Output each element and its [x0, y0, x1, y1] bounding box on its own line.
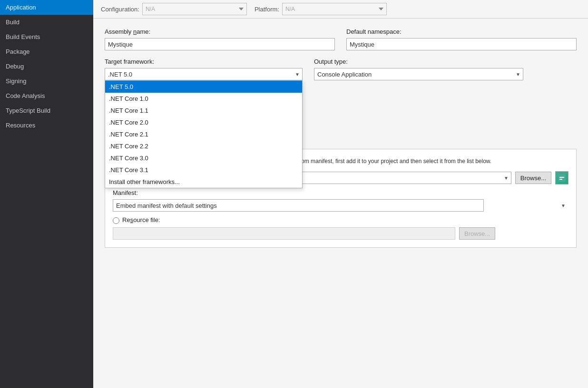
configuration-select[interactable]: N/A [142, 3, 247, 15]
default-namespace-group: Default namespace: [346, 28, 577, 50]
output-type-dropdown-wrapper: Console Application ▼ [314, 68, 523, 80]
target-framework-label: Target framework: [105, 58, 303, 65]
output-type-select[interactable]: Console Application [314, 68, 523, 80]
assembly-name-input[interactable] [105, 38, 335, 50]
sidebar-item-signing[interactable]: Signing [0, 74, 93, 88]
dropdown-item-netcore20[interactable]: .NET Core 2.0 [105, 116, 302, 128]
output-type-group: Output type: Console Application ▼ [314, 58, 523, 80]
assembly-name-group: Assembly name: [105, 28, 335, 50]
manifest-select[interactable]: Embed manifest with default settings [113, 199, 484, 212]
assembly-name-label: Assembly name: [105, 28, 335, 35]
svg-rect-2 [559, 179, 562, 180]
resource-file-radio-label: Resource file: [122, 216, 160, 223]
main-panel: Configuration: N/A Platform: N/A Assembl… [93, 0, 588, 388]
dropdown-item-netcore11[interactable]: .NET Core 1.1 [105, 105, 302, 116]
chevron-down-icon-manifest: ▼ [561, 203, 566, 208]
sidebar-item-build-events[interactable]: Build Events [0, 29, 93, 44]
dropdown-item-net50[interactable]: .NET 5.0 [105, 81, 302, 93]
platform-select[interactable]: N/A [282, 3, 387, 15]
target-framework-select[interactable]: .NET 5.0 [105, 68, 303, 80]
app-icon-preview-svg [557, 173, 567, 183]
resource-file-radio[interactable] [113, 217, 119, 224]
svg-rect-1 [559, 177, 564, 178]
dropdown-item-install-other[interactable]: Install other frameworks... [105, 176, 302, 188]
icon-preview [555, 171, 568, 184]
sidebar: Application Build Build Events Package D… [0, 0, 93, 388]
sidebar-item-code-analysis[interactable]: Code Analysis [0, 88, 93, 103]
target-framework-dropdown-wrapper: .NET 5.0 ▼ .NET 5.0.NET Core 1.0.NET Cor… [105, 68, 303, 80]
sidebar-item-build[interactable]: Build [0, 15, 93, 29]
dropdown-item-netcore31[interactable]: .NET Core 3.1 [105, 164, 302, 176]
sidebar-item-package[interactable]: Package [0, 44, 93, 59]
manifest-row: Manifest: Embed manifest with default se… [113, 189, 568, 212]
default-namespace-label: Default namespace: [346, 28, 577, 35]
manifest-select-wrapper: Embed manifest with default settings ▼ [113, 199, 568, 212]
sidebar-item-application[interactable]: Application [0, 0, 93, 15]
sidebar-item-resources[interactable]: Resources [0, 118, 93, 133]
resource-file-radio-row: Resource file: [113, 216, 568, 224]
dropdown-item-netcore10[interactable]: .NET Core 1.0 [105, 93, 302, 105]
target-framework-dropdown-popup: .NET 5.0.NET Core 1.0.NET Core 1.1.NET C… [105, 80, 303, 188]
sidebar-item-debug[interactable]: Debug [0, 59, 93, 74]
dropdown-item-netcore30[interactable]: .NET Core 3.0 [105, 152, 302, 164]
output-type-label: Output type: [314, 58, 523, 65]
configuration-label: Configuration: [101, 6, 139, 13]
configuration-group: Configuration: N/A [101, 3, 247, 15]
framework-output-row: Target framework: .NET 5.0 ▼ .NET 5.0.NE… [105, 58, 577, 80]
platform-label: Platform: [255, 6, 279, 13]
dropdown-item-netcore22[interactable]: .NET Core 2.2 [105, 140, 302, 152]
resource-file-browse-button[interactable]: Browse... [459, 227, 495, 240]
assembly-namespace-row: Assembly name: Default namespace: [105, 28, 577, 50]
content-area: Assembly name: Default namespace: Target… [93, 19, 588, 388]
default-namespace-input[interactable] [346, 38, 577, 50]
toolbar: Configuration: N/A Platform: N/A [93, 0, 588, 19]
target-framework-group: Target framework: .NET 5.0 ▼ .NET 5.0.NE… [105, 58, 303, 80]
sidebar-item-typescript-build[interactable]: TypeScript Build [0, 103, 93, 118]
dropdown-item-netcore21[interactable]: .NET Core 2.1 [105, 128, 302, 140]
icon-browse-button[interactable]: Browse... [515, 172, 551, 184]
resource-file-row: Browse... [113, 227, 568, 240]
manifest-label: Manifest: [113, 189, 568, 196]
platform-group: Platform: N/A [255, 3, 387, 15]
resource-file-input [113, 227, 455, 240]
